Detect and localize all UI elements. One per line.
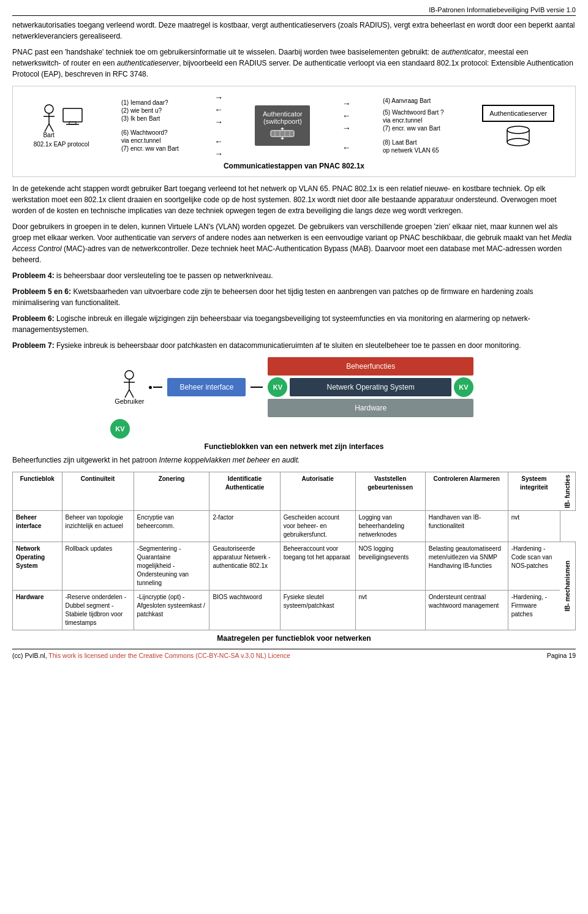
footer-left: (cc) PvIB.nl, This work is licensed unde… [12,652,290,659]
svg-point-17 [507,126,529,134]
func-intro: Beheerfuncties zijn uitgewerkt in het pa… [12,455,576,466]
bart-label: Bart [43,132,54,138]
row-idauth-hardware: BIOS wachtwoord [209,591,280,630]
page-footer: (cc) PvIB.nl, This work is licensed unde… [12,649,576,659]
problem-7: Probleem 7: Fysieke inbreuk is beheersba… [12,340,576,351]
col-zonering: Zonering [134,472,209,511]
connector-1 [149,386,162,389]
func-caption: Functieblokken van een netwerk met zijn … [12,442,576,451]
svg-line-3 [45,124,49,132]
bart-figure: Bart [40,104,58,138]
svg-point-20 [507,138,529,146]
paragraph-1: netwerkautorisaties toegang verleend wor… [12,20,576,42]
nos-box: Netwerk Operating System [290,378,451,396]
table-caption: Maatregelen per functieblok voor netwerk… [12,634,576,643]
beheerfuncties-box: Beheerfuncties [268,357,473,376]
header-title: IB-Patronen Informatiebeveiliging PvIB v… [429,6,576,13]
step4: (4) Aanvraag Bart [383,97,450,104]
main-table: Functieblok Continuïteit Zonering Identi… [12,472,576,630]
row-name-nos: Network Operating System [13,542,62,591]
nos-row: KV Netwerk Operating System KV [268,376,473,399]
step6: (6) Wachtwoord? [121,129,183,136]
row-systeem-beheer: nvt [508,511,560,542]
col-autorisatie: Autorisatie [280,472,355,511]
step1: (1) Iemand daar? [121,99,183,106]
table-row-nos: Network Operating System Rollback update… [13,542,576,591]
svg-rect-5 [63,108,82,122]
row-controleren-beheer: Handhaven van IB-functionaliteit [425,511,508,542]
svg-rect-8 [271,130,294,137]
row-name-beheer: Beheer interface [13,511,62,542]
footer-right: Pagina 19 [547,652,576,659]
row-zonering-beheer: Encryptie van beheercomm. [134,511,209,542]
auth-server-label: Authenticatieserver [489,110,547,117]
row-controleren-nos: Belasting geautomatiseerd meten/uitlezen… [425,542,508,591]
row-systeem-hardware: -Hardening, -Firmware patches [508,591,560,630]
connector-2 [251,387,263,388]
svg-marker-15 [281,138,284,140]
eap-diagram: Bart 802.1x EAP protocol (1) Iemand daar… [12,86,576,177]
auth-label2: (switchpoort) [262,118,303,125]
svg-marker-16 [281,127,284,129]
func-diagram-section: Gebruiker Beheer interface Beheerfunctie… [12,357,576,466]
authenticator-box: Authenticator (switchpoort) [255,105,310,146]
step8b: op netwerk VLAN 65 [383,147,450,154]
left-arrows: → ← → ← → [214,93,223,159]
table-row-beheer: Beheer interface Beheer van topologie in… [13,511,576,542]
step3: (3) Ik ben Bart [121,115,183,122]
col-systeem: Systeem integriteit [508,472,560,511]
right-boxes: Beheerfuncties KV Netwerk Operating Syst… [268,357,473,417]
side-label-ib-functies: IB- functies [560,472,575,511]
problem-4: Probleem 4: is beheersbaar door versleut… [12,270,576,281]
row-autorisatie-nos: Beheeraccount voor toegang tot het appar… [280,542,355,591]
row-continuiteit-beheer: Beheer van topologie inzichtelijk en act… [62,511,134,542]
paragraph-3: In de getekende acht stappen wordt gebru… [12,183,576,216]
side-label-ib-mechanismen: IB- mechanismen [560,542,575,630]
right-arrows: → ← → ← [342,99,351,153]
col-vaststellen: Vaststellen gebeurtenissen [355,472,425,511]
svg-point-0 [45,105,53,113]
row-zonering-nos: -Segmentering -Quarantaine mogelijkheid … [134,542,209,591]
gebruiker-label: Gebruiker [115,398,144,405]
col-id-auth: Identificatie Authenticatie [209,472,280,511]
step8: (8) Laat Bart [383,139,450,146]
diagram-caption: Communicatiestappen van PNAC 802.1x [19,162,569,170]
row-vaststellen-beheer: Logging van beheerhandeling netwerknodes [355,511,425,542]
page-header: IB-Patronen Informatiebeveiliging PvIB v… [12,6,576,16]
step2: (2) wie bent u? [121,107,183,114]
kv-bottom: KV [12,419,576,439]
svg-line-24 [125,390,129,398]
svg-line-25 [129,390,134,398]
step7: (7) encr. ww van Bart [121,145,183,152]
col-continuiteit: Continuïteit [62,472,134,511]
row-systeem-nos: -Hardening -Code scan van NOS-patches [508,542,560,591]
step7b: (7) encr. ww van Bart [383,125,450,132]
row-controleren-hardware: Ondersteunt centraal wachtwoord manageme… [425,591,508,630]
right-steps: (4) Aanvraag Bart (5) Wachtwoord Bart ? … [383,97,450,154]
paragraph-2: PNAC past een 'handshake' techniek toe o… [12,47,576,80]
row-vaststellen-nos: NOS logging beveiligingsevents [355,542,425,591]
kv-beheer: KV [110,419,130,439]
problem-5-6a: Probleem 5 en 6: Kwetsbaarheden van uitv… [12,286,576,308]
table-row-hardware: Hardware -Reserve onderdelen -Dubbel seg… [13,591,576,630]
row-name-hardware: Hardware [13,591,62,630]
footer-link[interactable]: This work is licensed under the Creative… [48,652,290,659]
step5: (5) Wachtwoord Bart ? [383,109,450,116]
table-section: Functieblok Continuïteit Zonering Identi… [12,472,576,643]
svg-line-4 [49,124,53,132]
row-autorisatie-hardware: Fysieke sleutel systeem/patchkast [280,591,355,630]
beheer-interface-box: Beheer interface [167,378,246,396]
row-continuiteit-hardware: -Reserve onderdelen -Dubbel segment -Sta… [62,591,134,630]
col-functieblok: Functieblok [13,472,62,511]
eap-label: 802.1x EAP protocol [34,141,89,148]
row-zonering-hardware: -Lijncryptie (opt) -Afgesloten systeemka… [134,591,209,630]
problem-6b: Probleem 6: Logische inbreuk en illegale… [12,313,576,335]
step5b: via encr.tunnel [383,117,450,124]
row-autorisatie-beheer: Gescheiden account voor beheer- en gebru… [280,511,355,542]
row-idauth-beheer: 2-factor [209,511,280,542]
row-vaststellen-hardware: nvt [355,591,425,630]
kv-left: KV [268,377,287,397]
svg-point-21 [125,371,134,379]
step6b: via encr.tunnel [121,137,183,144]
gebruiker-figure: Gebruiker [115,370,144,405]
